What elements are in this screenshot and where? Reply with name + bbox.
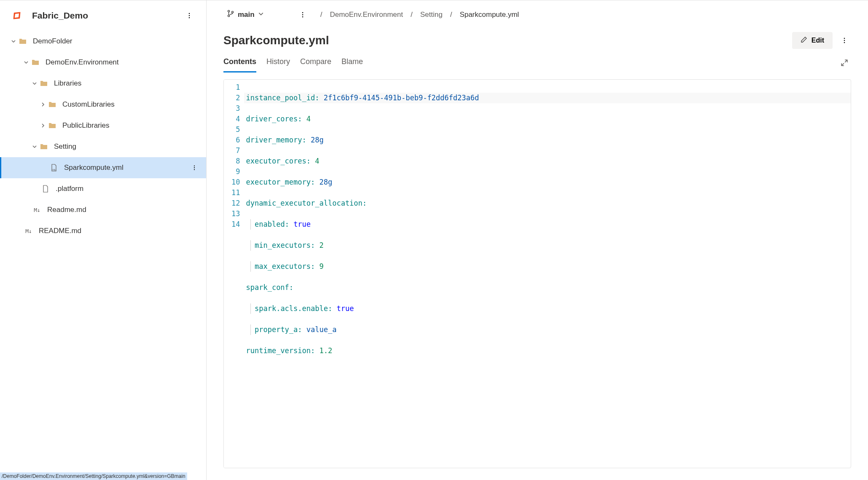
svg-point-8 xyxy=(228,15,229,17)
svg-point-6 xyxy=(194,169,195,170)
folder-icon xyxy=(40,79,48,88)
svg-point-11 xyxy=(302,14,303,15)
edit-button[interactable]: Edit xyxy=(792,32,833,49)
main-content: main / DemoEnv.Environment / Setting / S… xyxy=(207,0,868,480)
file-icon xyxy=(41,185,50,193)
code-content: instance_pool_id: 2f1c6bf9-4145-491b-beb… xyxy=(244,80,851,468)
tree-folder-customlibraries[interactable]: CustomLibraries xyxy=(0,94,206,115)
svg-point-1 xyxy=(189,15,190,16)
tree-item-more-button[interactable] xyxy=(188,161,201,174)
tree-file-sparkcompute[interactable]: YML Sparkcompute.yml xyxy=(0,157,206,178)
code-editor[interactable]: 1234567891011121314 instance_pool_id: 2f… xyxy=(223,79,851,468)
branch-name: main xyxy=(238,11,255,19)
folder-icon xyxy=(48,121,56,130)
folder-icon xyxy=(40,142,48,151)
svg-point-9 xyxy=(231,11,233,13)
tree-file-readme1[interactable]: M↓ Readme.md xyxy=(0,199,206,220)
svg-point-14 xyxy=(844,40,845,41)
tree-folder-publiclibraries[interactable]: PublicLibraries xyxy=(0,115,206,136)
chevron-right-icon xyxy=(40,101,46,108)
breadcrumb-separator: / xyxy=(411,11,413,19)
file-tree-sidebar: Fabric_Demo DemoFolder DemoEnv.Environme… xyxy=(0,0,207,480)
pencil-icon xyxy=(801,36,807,45)
tree-item-label: .platform xyxy=(56,185,83,193)
chevron-down-icon xyxy=(23,59,30,66)
chevron-down-icon xyxy=(31,143,38,150)
chevron-down-icon xyxy=(258,11,264,19)
markdown-icon: M↓ xyxy=(24,227,33,235)
svg-point-0 xyxy=(189,13,190,14)
markdown-icon: M↓ xyxy=(33,206,41,214)
svg-point-5 xyxy=(194,167,195,168)
breadcrumb-separator: / xyxy=(320,11,322,19)
chevron-down-icon xyxy=(31,80,38,87)
folder-icon xyxy=(31,58,40,67)
folder-icon xyxy=(19,37,27,46)
tree-item-label: DemoFolder xyxy=(33,37,73,46)
breadcrumb: / DemoEnv.Environment / Setting / Sparkc… xyxy=(320,11,519,19)
svg-point-13 xyxy=(844,38,845,39)
branch-more-button[interactable] xyxy=(296,8,309,21)
file-tree: DemoFolder DemoEnv.Environment Libraries… xyxy=(0,27,206,241)
tree-item-label: README.md xyxy=(39,227,81,235)
fullscreen-button[interactable] xyxy=(838,56,851,70)
branch-picker[interactable]: main xyxy=(223,7,267,22)
chevron-down-icon xyxy=(10,38,17,45)
svg-point-12 xyxy=(302,16,303,17)
edit-label: Edit xyxy=(812,37,824,44)
breadcrumb-item[interactable]: DemoEnv.Environment xyxy=(330,11,403,19)
tree-folder-demofolder[interactable]: DemoFolder xyxy=(0,31,206,52)
tree-folder-libraries[interactable]: Libraries xyxy=(0,73,206,94)
svg-point-2 xyxy=(189,17,190,19)
tree-item-label: Libraries xyxy=(54,79,81,88)
tab-contents[interactable]: Contents xyxy=(223,53,256,72)
repo-icon xyxy=(13,11,21,20)
tree-item-label: Sparkcompute.yml xyxy=(64,164,124,172)
line-numbers-gutter: 1234567891011121314 xyxy=(224,80,244,468)
tree-file-platform[interactable]: .platform xyxy=(0,178,206,199)
breadcrumb-item[interactable]: Setting xyxy=(420,11,443,19)
repo-more-button[interactable] xyxy=(183,9,196,22)
tree-folder-setting[interactable]: Setting xyxy=(0,136,206,157)
tree-item-label: CustomLibraries xyxy=(62,100,115,109)
tree-item-label: PublicLibraries xyxy=(62,121,110,130)
svg-point-4 xyxy=(194,165,195,166)
svg-text:YML: YML xyxy=(52,169,56,171)
branch-icon xyxy=(227,10,234,19)
tree-item-label: DemoEnv.Environment xyxy=(46,58,119,67)
tree-item-label: Setting xyxy=(54,142,76,151)
tab-compare[interactable]: Compare xyxy=(300,53,331,72)
repo-title: Fabric_Demo xyxy=(32,11,177,21)
chevron-right-icon xyxy=(40,122,46,129)
tree-file-readme2[interactable]: M↓ README.md xyxy=(0,220,206,241)
yml-file-icon: YML xyxy=(50,164,58,172)
svg-point-15 xyxy=(844,42,845,43)
file-title: Sparkcompute.yml xyxy=(223,34,792,47)
svg-point-7 xyxy=(228,10,229,12)
file-more-button[interactable] xyxy=(838,34,851,47)
tree-item-label: Readme.md xyxy=(47,206,86,214)
folder-icon xyxy=(48,100,56,109)
breadcrumb-item-current: Sparkcompute.yml xyxy=(460,11,519,19)
tree-folder-demoenv[interactable]: DemoEnv.Environment xyxy=(0,52,206,73)
svg-point-10 xyxy=(302,12,303,13)
tab-history[interactable]: History xyxy=(266,53,290,72)
tab-blame[interactable]: Blame xyxy=(341,53,363,72)
status-bar-path: /DemoFolder/DemoEnv.Environment/Setting/… xyxy=(0,472,187,480)
breadcrumb-separator: / xyxy=(450,11,452,19)
